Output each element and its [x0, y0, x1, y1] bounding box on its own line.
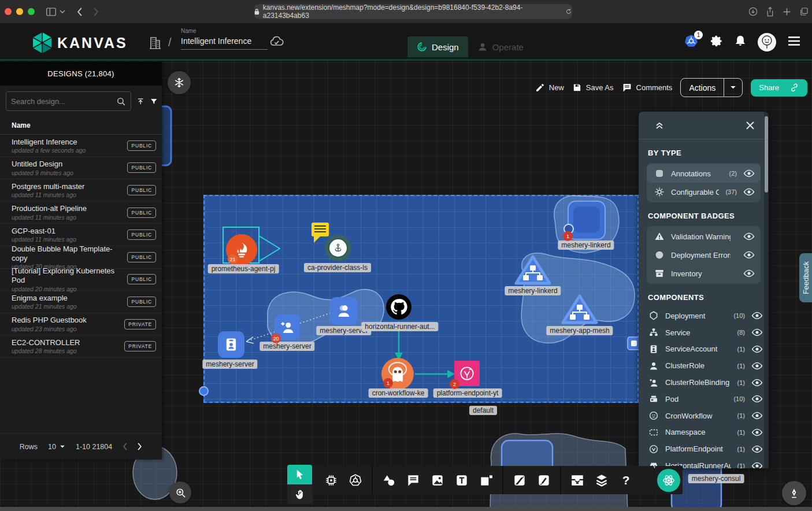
drawer-tool-button[interactable]: [566, 469, 588, 492]
reload-icon[interactable]: [565, 8, 572, 15]
browser-forward-button[interactable]: [93, 8, 99, 16]
canvas-node-triangle[interactable]: [513, 253, 553, 288]
visibility-eye-icon[interactable]: [751, 327, 763, 338]
visibility-eye-icon[interactable]: [751, 343, 763, 355]
visibility-eye-icon[interactable]: [751, 443, 763, 455]
canvas-node-idcard[interactable]: [218, 331, 244, 358]
kubernetes-tool-button[interactable]: [344, 469, 366, 492]
text-tool-button[interactable]: [451, 469, 473, 492]
canvas-node-github[interactable]: [386, 294, 411, 320]
traffic-zoom-button[interactable]: [28, 8, 35, 15]
panel-row-namespace[interactable]: Namespace (1): [639, 424, 769, 441]
address-bar[interactable]: kanvas.new/extension/meshmap?mode=design…: [254, 4, 572, 19]
kanvas-logo[interactable]: KANVAS: [32, 31, 128, 54]
visibility-eye-icon[interactable]: [751, 410, 763, 421]
visibility-eye-icon[interactable]: [743, 249, 755, 261]
collapse-panel-icon[interactable]: [654, 120, 665, 131]
panel-row-pod[interactable]: Pod (10): [639, 391, 769, 408]
visibility-eye-icon[interactable]: [743, 231, 755, 242]
visibility-eye-icon[interactable]: [743, 268, 755, 279]
panel-row-service[interactable]: Service (8): [639, 324, 769, 341]
save-as-button[interactable]: Save As: [572, 83, 614, 92]
design-list-item[interactable]: Enigma example updated 21 minutes ago PU…: [0, 291, 162, 313]
comment-tool-button[interactable]: [402, 469, 424, 492]
design-list-item[interactable]: Production-alt Pipeline updated 11 minut…: [0, 202, 162, 224]
zoom-button[interactable]: [169, 482, 191, 503]
design-search-box[interactable]: [6, 91, 131, 111]
design-list-item[interactable]: Untitled Design updated 9 minutes ago PU…: [0, 157, 162, 180]
select-tool-button[interactable]: [287, 465, 312, 484]
design-search-input[interactable]: [11, 97, 113, 106]
visibility-eye-icon[interactable]: [751, 377, 763, 388]
visibility-eye-icon[interactable]: [743, 168, 755, 179]
import-design-icon[interactable]: [137, 96, 144, 107]
panel-row-configurable[interactable]: Configurable Compon (37): [647, 183, 761, 201]
prev-page-button[interactable]: [123, 443, 128, 450]
whiteboard-pen-tool-button[interactable]: [509, 469, 531, 492]
share-button[interactable]: Share: [751, 79, 807, 97]
close-panel-icon[interactable]: [746, 121, 755, 130]
panel-row-clusterrolebinding[interactable]: ClusterRoleBinding (1): [639, 374, 769, 391]
panel-row-clusterrole[interactable]: ClusterRole (1): [639, 357, 769, 374]
visibility-eye-icon[interactable]: [751, 427, 763, 438]
notifications-button[interactable]: [735, 35, 746, 50]
visibility-eye-icon[interactable]: [751, 460, 763, 468]
actions-caret[interactable]: [724, 79, 742, 97]
help-tool-button[interactable]: ?: [615, 469, 637, 492]
components-tool-button[interactable]: [320, 469, 342, 492]
browser-sidebar-button[interactable]: [46, 8, 56, 16]
panel-scrollbar-thumb[interactable]: [765, 116, 768, 192]
image-tool-button[interactable]: [427, 469, 448, 492]
panel-row-deployment[interactable]: Deployment (10): [639, 308, 769, 324]
traffic-minimize-button[interactable]: [16, 8, 23, 15]
new-tab-icon[interactable]: [783, 8, 791, 16]
organization-icon[interactable]: [148, 34, 162, 52]
canvas-node-anchor[interactable]: [325, 235, 351, 261]
snowflake-button[interactable]: [168, 71, 191, 94]
selection-handle[interactable]: [199, 386, 209, 396]
panel-row-serviceaccount[interactable]: ServiceAccount (1): [639, 341, 769, 358]
pan-tool-button[interactable]: [287, 484, 312, 504]
design-list-item[interactable]: GCP-east-01 updated 11 minutes ago PUBLI…: [0, 224, 162, 246]
menu-button[interactable]: [788, 36, 800, 48]
filter-icon[interactable]: [150, 96, 158, 107]
shape-annotation-arrow[interactable]: [259, 236, 280, 261]
design-list-item[interactable]: [Tutorial] Exploring Kubernetes Pod upda…: [0, 269, 162, 291]
traffic-close-button[interactable]: [5, 8, 12, 15]
design-list-item[interactable]: Intelligent Inference updated a few seco…: [0, 135, 162, 157]
design-list-item[interactable]: EC2-CONTROLLER updated 28 minutes ago PR…: [0, 335, 162, 358]
feedback-tab[interactable]: Feedback: [799, 253, 812, 302]
freehand-tool-button[interactable]: [533, 469, 555, 492]
settings-button[interactable]: [710, 35, 723, 50]
new-button[interactable]: New: [535, 83, 564, 92]
visibility-eye-icon[interactable]: [751, 310, 763, 321]
panel-row-annotation[interactable]: Annotations (2): [647, 164, 761, 183]
kubernetes-context-button[interactable]: 1: [684, 34, 699, 51]
sticky-tool-button[interactable]: [475, 469, 497, 492]
meshery-extension-button[interactable]: [657, 469, 680, 492]
design-list-item[interactable]: Postgres multi-master updated 11 minutes…: [0, 179, 162, 202]
canvas-node-person[interactable]: [330, 297, 358, 325]
tab-design[interactable]: Design: [407, 36, 468, 57]
design-name-input[interactable]: Intelligent Inference: [181, 34, 268, 50]
browser-sidebar-chevron[interactable]: [60, 10, 65, 14]
panel-row-inventory[interactable]: Inventory: [647, 264, 761, 283]
browser-back-button[interactable]: [77, 8, 83, 16]
panel-row-error[interactable]: Deployment Errors: [647, 246, 761, 264]
canvas-node-triangle[interactable]: [559, 292, 600, 328]
pen-button[interactable]: [782, 481, 806, 505]
panel-row-platformendpoint[interactable]: PlatformEndpoint (1): [639, 440, 769, 457]
tab-overview-icon[interactable]: [799, 7, 809, 16]
layers-tool-button[interactable]: [591, 469, 613, 492]
share-icon[interactable]: [766, 7, 774, 17]
canvas-node-deployment[interactable]: [568, 201, 606, 240]
user-avatar[interactable]: [758, 33, 776, 51]
design-list-item[interactable]: Redis PHP Guestbook updated 23 minutes a…: [0, 313, 162, 336]
panel-scrollbar[interactable]: [764, 112, 769, 468]
panel-row-cronworkflow[interactable]: CronWorkflow (1): [639, 408, 769, 424]
downloads-icon[interactable]: [748, 7, 758, 16]
tab-operate[interactable]: Operate: [468, 36, 533, 57]
visibility-eye-icon[interactable]: [751, 393, 763, 405]
rows-per-page-select[interactable]: 10: [48, 443, 65, 451]
shapes-tool-button[interactable]: [378, 469, 400, 492]
